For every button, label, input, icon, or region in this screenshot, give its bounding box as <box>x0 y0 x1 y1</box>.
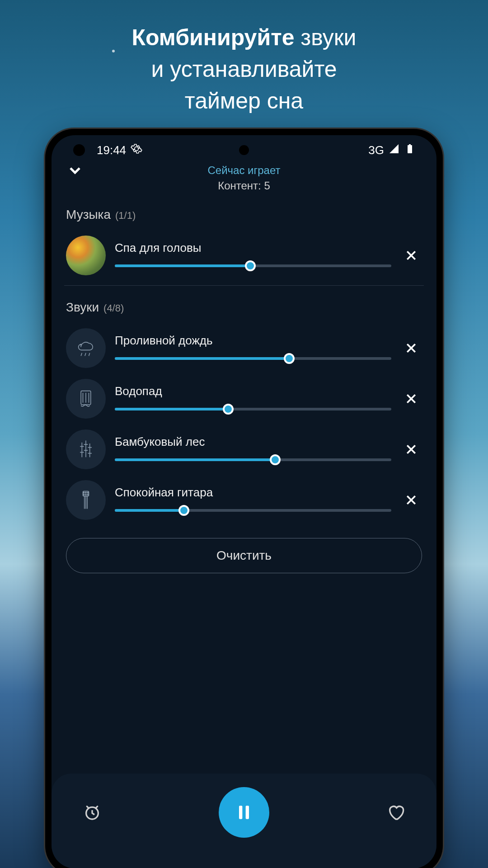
svg-point-28 <box>85 494 86 495</box>
svg-point-26 <box>87 492 88 493</box>
bamboo-icon[interactable] <box>66 429 106 469</box>
phone-screen: 19:44 3G Сейчас играет Контен <box>52 135 436 868</box>
svg-line-6 <box>89 353 90 356</box>
volume-slider[interactable] <box>115 261 391 270</box>
promo-heading: Комбинируйте звуки и устанавливайте тайм… <box>0 0 488 127</box>
svg-rect-36 <box>239 806 242 819</box>
svg-point-24 <box>84 492 84 493</box>
battery-icon <box>404 143 415 157</box>
divider <box>64 285 424 286</box>
track-thumbnail[interactable] <box>66 236 106 275</box>
now-playing-label: Сейчас играет <box>52 164 436 177</box>
svg-point-27 <box>84 494 84 495</box>
volume-slider[interactable] <box>115 506 391 515</box>
favorite-button[interactable] <box>382 799 409 826</box>
collapse-button[interactable] <box>66 161 84 181</box>
sound-title: Бамбуковый лес <box>115 435 391 449</box>
volume-slider[interactable] <box>115 354 391 363</box>
rain-icon[interactable] <box>66 328 106 368</box>
player-bar <box>52 774 436 868</box>
track-title: Спа для головы <box>115 241 391 255</box>
status-time: 19:44 <box>97 143 126 157</box>
sound-row: Бамбуковый лес <box>64 424 424 475</box>
remove-button[interactable] <box>400 337 422 359</box>
svg-rect-37 <box>246 806 249 819</box>
remove-button[interactable] <box>400 388 422 410</box>
remove-button[interactable] <box>400 439 422 460</box>
svg-line-5 <box>85 353 86 356</box>
svg-rect-0 <box>408 145 412 153</box>
content-scroll[interactable]: Музыка (1/1) Спа для головы <box>52 198 436 774</box>
sound-row: Водопад <box>64 373 424 424</box>
svg-point-25 <box>85 492 86 493</box>
volume-slider[interactable] <box>115 405 391 414</box>
remove-button[interactable] <box>400 489 422 511</box>
sound-title: Водопад <box>115 384 391 398</box>
remove-button[interactable] <box>400 245 422 266</box>
signal-icon <box>389 143 399 157</box>
pause-button[interactable] <box>219 787 269 838</box>
volume-slider[interactable] <box>115 455 391 464</box>
svg-rect-1 <box>409 144 411 145</box>
music-row: Спа для головы <box>64 230 424 281</box>
clear-button[interactable]: Очистить <box>66 538 422 573</box>
phone-frame: 19:44 3G Сейчас играет Контен <box>45 129 443 868</box>
content-count: Контент: 5 <box>52 179 436 192</box>
header: Сейчас играет Контент: 5 <box>52 160 436 198</box>
waterfall-icon[interactable] <box>66 379 106 419</box>
camera-notch <box>239 145 249 155</box>
network-label: 3G <box>368 143 384 157</box>
guitar-icon[interactable] <box>66 480 106 520</box>
svg-line-4 <box>81 353 82 356</box>
sound-title: Спокойная гитара <box>115 486 391 500</box>
gear-icon <box>131 143 142 158</box>
svg-point-29 <box>87 494 88 495</box>
punch-hole <box>73 144 85 156</box>
music-section-header: Музыка (1/1) <box>64 198 424 230</box>
sound-title: Проливной дождь <box>115 334 391 348</box>
sound-row: Спокойная гитара <box>64 475 424 525</box>
sound-row: Проливной дождь <box>64 323 424 373</box>
timer-button[interactable] <box>79 799 106 826</box>
star-decoration <box>112 50 115 52</box>
sounds-section-header: Звуки (4/8) <box>64 290 424 323</box>
